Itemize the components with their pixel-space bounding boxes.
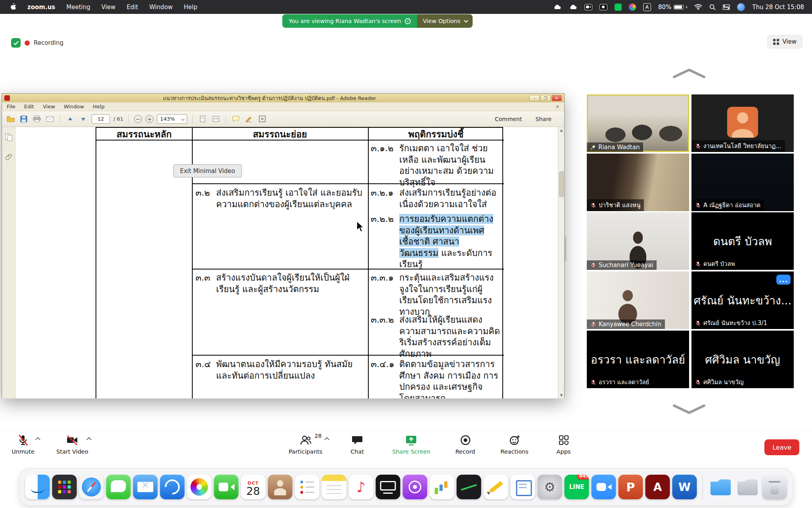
dock-mail-icon[interactable]	[133, 475, 158, 499]
page-down-icon[interactable]	[79, 114, 88, 124]
reader-menu-help[interactable]: Help	[93, 104, 105, 110]
video-tile-suchanari[interactable]: Suchanari Yueayai	[587, 212, 689, 270]
video-tile-natthathida[interactable]: A ณัฏฐธิดา อ่อนสอาด	[691, 154, 794, 211]
dock-messages-icon[interactable]	[106, 475, 131, 499]
dock-contacts-icon[interactable]	[268, 475, 293, 499]
display-camera-icon[interactable]	[584, 4, 592, 10]
reader-title-bar[interactable]: แนวทางการประเมินสมรรถนะทางวิชาชีพครู ด้า…	[2, 94, 564, 102]
gallery-scroll-down-chevron[interactable]	[669, 402, 709, 418]
dock-calendar-icon[interactable]: OCT 28	[241, 475, 266, 499]
reader-menu-edit[interactable]: Edit	[24, 104, 34, 110]
line-menubar-icon[interactable]	[615, 4, 622, 11]
start-video-button[interactable]: Start Video	[56, 434, 88, 455]
dock-zoom-icon[interactable]	[592, 475, 616, 499]
battery-indicator[interactable]: 80%	[658, 4, 687, 11]
zoom-out-icon[interactable]: −	[134, 115, 142, 123]
dock-app-store-icon[interactable]	[160, 475, 185, 499]
participants-button[interactable]: 28 Participants	[289, 434, 322, 455]
video-options-caret[interactable]	[86, 437, 92, 442]
apple-menu-icon[interactable]	[10, 3, 16, 12]
page-width-icon[interactable]	[211, 114, 220, 124]
unmute-button[interactable]: Unmute	[9, 434, 37, 455]
dock-photos-icon[interactable]	[187, 475, 212, 499]
pdf-scrollbar[interactable]: ▲ ▼	[558, 127, 564, 398]
page-up-icon[interactable]	[65, 114, 75, 124]
cloud-icon-2[interactable]	[569, 4, 577, 10]
leave-button[interactable]: Leave	[764, 439, 799, 455]
dock-numbers-icon[interactable]	[430, 475, 454, 499]
tile-more-button[interactable]: ...	[776, 275, 791, 285]
page-fit-icon[interactable]	[198, 114, 207, 124]
menubar-item-help[interactable]: Help	[184, 4, 197, 11]
control-center-icon[interactable]	[723, 4, 730, 10]
record-dot-icon[interactable]	[599, 4, 607, 10]
scrollbar-thumb[interactable]	[559, 171, 564, 197]
menubar-item-view[interactable]: View	[102, 4, 116, 11]
dock-music-icon[interactable]: ♪	[349, 475, 373, 499]
dock-system-settings-icon[interactable]: ⚙	[538, 475, 562, 499]
security-shield-icon[interactable]	[11, 38, 21, 48]
panel-resize-handle[interactable]	[565, 237, 566, 261]
reader-menu-file[interactable]: File	[7, 104, 15, 110]
dock-facetime-icon[interactable]	[214, 475, 239, 499]
share-screen-button[interactable]: Share Screen	[392, 434, 430, 455]
reader-menu-view[interactable]: View	[43, 104, 55, 110]
input-source-icon[interactable]: A	[643, 3, 651, 11]
spotlight-icon[interactable]	[709, 4, 716, 10]
dock-reminders-icon[interactable]	[295, 475, 320, 499]
fullscreen-icon[interactable]	[257, 114, 267, 124]
gallery-scroll-up-chevron[interactable]	[669, 66, 709, 82]
dock-folder-gray-icon[interactable]	[735, 475, 760, 499]
reader-menu-window[interactable]: Window	[64, 104, 84, 110]
dock-annotate-icon[interactable]	[484, 475, 508, 499]
menubar-item-edit[interactable]: Edit	[126, 4, 138, 11]
menubar-item-window[interactable]: Window	[149, 4, 172, 11]
user-avatar[interactable]	[737, 3, 745, 11]
dock-trash-icon[interactable]	[762, 475, 787, 499]
banner-eye-icon[interactable]	[405, 18, 411, 24]
scroll-down-icon[interactable]: ▼	[558, 392, 565, 398]
dock-notes-icon[interactable]	[322, 475, 347, 499]
menubar-app-name[interactable]: zoom.us	[27, 4, 55, 11]
video-tile-technology-office[interactable]: งานเทคโนโลยี วิทยาลัยนาฏ...	[691, 94, 794, 152]
video-tile-dontri[interactable]: ดนตรี บัวลพ ดนตรี บัวลพ	[691, 212, 794, 270]
dock-acrobat-icon[interactable]: A	[645, 475, 670, 499]
cloud-icon[interactable]	[553, 4, 561, 10]
menubar-item-meeting[interactable]: Meeting	[66, 4, 90, 11]
reactions-button[interactable]: Reactions	[500, 434, 529, 455]
dock-finder-icon[interactable]	[25, 475, 50, 499]
dock-podcasts-icon[interactable]	[403, 475, 427, 499]
dock-pages-icon[interactable]	[511, 475, 535, 499]
minimize-button[interactable]: –	[529, 95, 540, 101]
gallery-view-button[interactable]: View	[767, 35, 802, 48]
zoom-in-icon[interactable]: +	[146, 115, 153, 123]
email-icon[interactable]	[45, 114, 55, 124]
video-tile-sasiwimon[interactable]: ศศิวิมล นาขวัญ ศศิวิมล นาขวัญ	[691, 331, 794, 388]
close-button[interactable]: ✕	[552, 95, 562, 101]
print-icon[interactable]	[32, 114, 42, 124]
open-icon[interactable]	[6, 114, 15, 124]
dock-word-icon[interactable]: W	[672, 475, 697, 499]
video-tile-orawara[interactable]: อรวรา และลดาวัลย์ อรวรา และลดาวัลย์	[587, 331, 689, 388]
video-tile-riana[interactable]: Riana Wadtan	[587, 94, 689, 152]
maximize-button[interactable]: ❐	[540, 95, 551, 101]
dock-folder-blue-icon[interactable]	[709, 475, 733, 499]
wifi-icon[interactable]	[694, 4, 702, 10]
color-wheel-icon[interactable]	[629, 4, 636, 11]
video-tile-sarun[interactable]: ... ศรัณย์ นันทะขว้าง... ศรัณย์ นันทะขว้…	[691, 271, 794, 329]
chat-button[interactable]: Chat	[343, 434, 372, 455]
exit-minimal-video-button[interactable]: Exit Minimal Video	[173, 164, 242, 177]
comment-bubble-icon[interactable]	[231, 114, 241, 124]
dock-stocks-icon[interactable]	[457, 475, 481, 499]
comment-panel-button[interactable]: Comment	[495, 116, 522, 122]
apps-button[interactable]: Apps	[550, 434, 578, 455]
view-options-button[interactable]: View Options	[417, 14, 473, 28]
scroll-up-icon[interactable]: ▲	[558, 127, 565, 133]
signature-icon[interactable]	[244, 114, 254, 124]
dock-line-icon[interactable]: LINE 845	[565, 475, 589, 499]
attachments-icon[interactable]	[6, 153, 12, 162]
zoom-level-select[interactable]: 143%	[157, 114, 187, 124]
dock-safari-icon[interactable]	[79, 475, 104, 499]
dock-launchpad-icon[interactable]	[52, 475, 77, 499]
menubar-clock[interactable]: Thu 28 Oct 15:08	[752, 4, 804, 11]
